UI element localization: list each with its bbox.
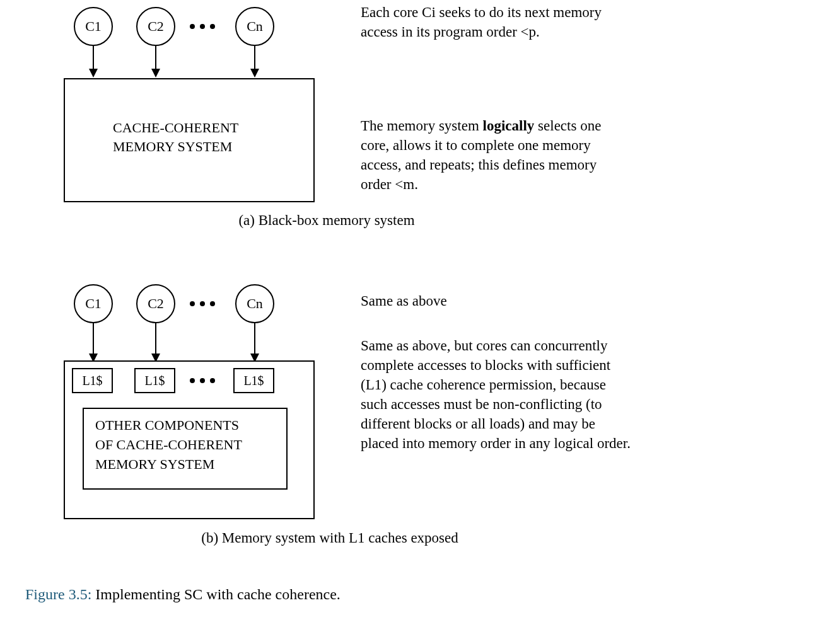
core-label: C2 <box>148 18 164 35</box>
inner-label-line3: MEMORY SYSTEM <box>95 455 242 474</box>
figure-caption: Figure 3.5: Implementing SC with cache c… <box>25 586 341 603</box>
ellipsis-l1 <box>190 378 215 383</box>
l1-cache-1: L1$ <box>72 368 113 393</box>
core-label: C1 <box>85 296 102 312</box>
arrowhead-cn-a <box>250 69 259 78</box>
core-label: C1 <box>85 18 102 35</box>
figure-text: Implementing SC with cache coherence. <box>91 586 341 602</box>
arrow-cn-a <box>254 46 255 70</box>
notes-a-top: Each core Ci seeks to do its next memory… <box>361 3 626 42</box>
notes-a-mid: The memory system logically selects one … <box>361 116 626 194</box>
core-c1-b: C1 <box>74 284 113 323</box>
l1-label: L1$ <box>243 374 264 388</box>
core-label: Cn <box>247 296 263 312</box>
arrow-c2-a <box>155 46 156 70</box>
inner-label-line1: OTHER COMPONENTS <box>95 416 242 435</box>
arrow-cn-b <box>254 323 255 355</box>
arrowhead-c1-a <box>89 69 98 78</box>
arrowhead-c2-a <box>151 69 160 78</box>
l1-cache-n: L1$ <box>233 368 274 393</box>
arrow-c1-b <box>93 323 94 355</box>
arrow-c1-a <box>93 46 94 70</box>
ellipsis-cores-b <box>190 301 215 306</box>
inner-memory-label-b: OTHER COMPONENTS OF CACHE-COHERENT MEMOR… <box>95 416 242 474</box>
inner-label-line2: OF CACHE-COHERENT <box>95 435 242 455</box>
core-cn-b: Cn <box>235 284 274 323</box>
core-c2-a: C2 <box>136 7 175 46</box>
core-label: Cn <box>247 18 263 35</box>
arrow-c2-b <box>155 323 156 355</box>
l1-label: L1$ <box>144 374 165 388</box>
notes-a-mid-bold: logically <box>483 118 535 134</box>
core-label: C2 <box>148 296 164 312</box>
core-c2-b: C2 <box>136 284 175 323</box>
memory-label-line2: MEMORY SYSTEM <box>113 137 238 156</box>
diagram-stage: C1 C2 Cn CACHE-COHERENT MEMORY SYSTEM (a… <box>0 0 821 644</box>
figure-label: Figure 3.5: <box>25 586 91 602</box>
memory-label-a: CACHE-COHERENT MEMORY SYSTEM <box>113 118 238 156</box>
l1-cache-2: L1$ <box>134 368 175 393</box>
sub-caption-a: (a) Black-box memory system <box>226 212 428 229</box>
core-cn-a: Cn <box>235 7 274 46</box>
l1-label: L1$ <box>82 374 102 388</box>
notes-b-top: Same as above <box>361 291 626 311</box>
notes-b-main: Same as above, but cores can concurrentl… <box>361 336 632 453</box>
core-c1-a: C1 <box>74 7 113 46</box>
ellipsis-cores-a <box>190 24 215 29</box>
notes-a-mid-pre: The memory system <box>361 118 483 134</box>
sub-caption-b: (b) Memory system with L1 caches exposed <box>172 530 487 546</box>
memory-label-line1: CACHE-COHERENT <box>113 118 238 137</box>
